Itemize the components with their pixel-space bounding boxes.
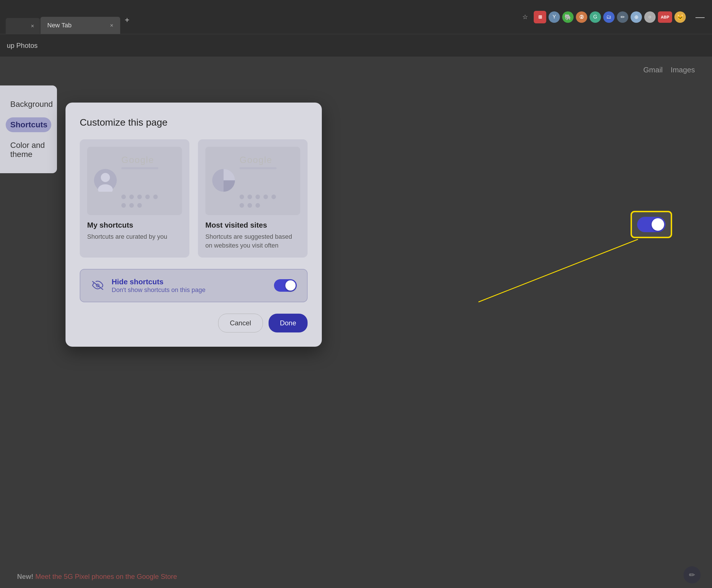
- my-shortcuts-preview: Google: [87, 147, 182, 215]
- cancel-button[interactable]: Cancel: [218, 314, 263, 333]
- tab-inactive[interactable]: ×: [6, 18, 40, 34]
- done-button[interactable]: Done: [268, 314, 307, 333]
- ext11-icon[interactable]: 🐱: [674, 12, 686, 23]
- hide-shortcuts-desc: Don't show shortcuts on this page: [112, 286, 267, 294]
- preview-dots-row-1b: [121, 203, 142, 208]
- preview-dots-row-2b: [239, 203, 260, 208]
- my-shortcuts-desc: Shortcuts are curated by you: [87, 232, 182, 241]
- address-bar-row: up Photos: [0, 34, 712, 57]
- ext2-icon[interactable]: Y: [548, 12, 560, 23]
- preview-line-2: [239, 167, 277, 169]
- hide-shortcuts-text: Hide shortcuts Don't show shortcuts on t…: [112, 277, 267, 294]
- ext3-icon[interactable]: 🐘: [562, 12, 574, 23]
- toggle-knob: [285, 280, 296, 291]
- shortcut-options: Google: [80, 139, 307, 257]
- new-tab-button[interactable]: +: [121, 13, 133, 27]
- preview-dots-row-2a: [239, 194, 276, 199]
- modal-overlay: Customize this page: [0, 57, 712, 588]
- tab-bar: × New Tab × +: [6, 0, 133, 34]
- tab-close-active[interactable]: ×: [110, 22, 113, 29]
- ext1-icon[interactable]: ⊞: [534, 11, 546, 23]
- tab-active-label: New Tab: [47, 22, 71, 29]
- ext6-icon[interactable]: 🗂: [603, 12, 614, 23]
- ext5-icon[interactable]: G: [589, 12, 601, 23]
- most-visited-desc: Shortcuts are suggested based on website…: [206, 232, 300, 250]
- preview-dots-row-1a: [121, 194, 158, 199]
- photos-label: up Photos: [7, 42, 38, 49]
- preview-google-text-2: Google: [239, 155, 272, 165]
- ext8-icon[interactable]: ⊕: [630, 12, 642, 23]
- my-shortcuts-card[interactable]: Google: [80, 139, 189, 257]
- hide-shortcuts-toggle[interactable]: [274, 279, 297, 292]
- ext7-icon[interactable]: ✏: [617, 12, 628, 23]
- callout-annotation: [630, 211, 672, 238]
- hide-shortcuts-row: Hide shortcuts Don't show shortcuts on t…: [80, 269, 307, 302]
- ext9-icon[interactable]: ○: [644, 12, 655, 23]
- minimize-icon[interactable]: —: [694, 11, 706, 23]
- modal-footer: Cancel Done: [80, 314, 307, 333]
- tab-close-inactive[interactable]: ×: [31, 23, 34, 29]
- svg-point-1: [101, 173, 110, 182]
- preview-google-text-1: Google: [121, 155, 154, 165]
- most-visited-title: Most visited sites: [206, 221, 300, 230]
- bookmark-icon[interactable]: ☆: [519, 11, 532, 23]
- browser-chrome: × New Tab × + ☆ ⊞ Y 🐘 ② G 🗂 ✏ ⊕ ○ ABP 🐱 …: [0, 0, 712, 34]
- hide-shortcuts-title: Hide shortcuts: [112, 277, 267, 286]
- most-visited-card[interactable]: Google: [198, 139, 307, 257]
- modal-title: Customize this page: [80, 117, 307, 128]
- modal-dialog: Customize this page: [65, 103, 322, 347]
- avatar-icon: [94, 169, 117, 192]
- ext10-icon[interactable]: ABP: [658, 12, 672, 23]
- my-shortcuts-title: My shortcuts: [87, 221, 182, 230]
- most-visited-preview: Google: [206, 147, 300, 215]
- tab-active[interactable]: New Tab ×: [40, 17, 120, 34]
- browser-body: Gmail Images Background Shortcuts Color …: [0, 57, 712, 588]
- hide-shortcuts-icon: [91, 278, 105, 293]
- preview-line-1: [121, 167, 158, 169]
- ext4-icon[interactable]: ②: [576, 12, 587, 23]
- avatar-icon-2: [212, 169, 235, 192]
